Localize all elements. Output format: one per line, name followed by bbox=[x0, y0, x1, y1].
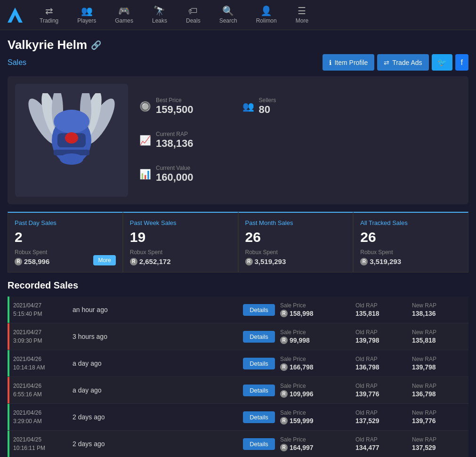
sale-price-label: Sale Price bbox=[280, 436, 355, 443]
svg-point-8 bbox=[54, 110, 89, 133]
sales-card-count-2: 26 bbox=[245, 229, 347, 245]
robux-icon-0: R bbox=[15, 258, 22, 265]
new-rap-label: New RAP bbox=[412, 302, 468, 309]
sale-details-col: Details bbox=[238, 331, 280, 343]
old-rap-value: 139,798 bbox=[355, 337, 412, 344]
sales-tab[interactable]: Sales bbox=[8, 58, 26, 67]
nav-item-leaks[interactable]: 🔭Leaks bbox=[143, 0, 177, 30]
old-rap-value: 134,477 bbox=[355, 444, 412, 451]
nav-item-search[interactable]: 🔍Search bbox=[210, 0, 247, 30]
more-button[interactable]: More bbox=[93, 255, 115, 265]
svg-point-10 bbox=[65, 132, 78, 144]
old-rap-label: Old RAP bbox=[355, 302, 412, 309]
robux-icon-sale: R bbox=[280, 417, 288, 425]
details-button[interactable]: Details bbox=[243, 331, 275, 343]
best-price-icon: 🔘 bbox=[139, 101, 151, 112]
link-icon[interactable]: 🔗 bbox=[91, 40, 101, 50]
current-value-label: Current Value bbox=[156, 165, 194, 171]
row-indicator bbox=[8, 297, 9, 323]
item-profile-button[interactable]: ℹ Item Profile bbox=[323, 54, 374, 71]
sales-card-spent-2: R 3,519,293 bbox=[245, 257, 347, 265]
games-icon: 🎮 bbox=[118, 6, 130, 16]
rolimon-icon: 👤 bbox=[260, 6, 272, 16]
header-row: Sales ℹ Item Profile ⇄ Trade Ads 🐦 f bbox=[8, 54, 468, 71]
sales-card-title-1: Past Week Sales bbox=[130, 219, 231, 226]
old-rap-col: Old RAP 139,798 bbox=[355, 329, 412, 344]
new-rap-col: New RAP 136,798 bbox=[412, 383, 468, 398]
robux-icon-2: R bbox=[245, 258, 253, 265]
sales-card-1: Past Week Sales 19 Robux Spent R 2,652,1… bbox=[123, 212, 238, 273]
old-rap-value: 135,818 bbox=[355, 310, 412, 317]
item-name: Valkyrie Helm bbox=[8, 38, 87, 52]
nav-item-players[interactable]: 👥Players bbox=[68, 0, 105, 30]
sale-price-label: Sale Price bbox=[280, 329, 355, 336]
robux-icon-3: R bbox=[360, 258, 368, 265]
nav-item-more[interactable]: ☰More bbox=[286, 0, 318, 30]
sales-card-spent-1: R 2,652,172 bbox=[130, 257, 231, 265]
trade-ads-button[interactable]: ⇄ Trade Ads bbox=[377, 54, 428, 71]
sales-card-count-0: 2 bbox=[15, 229, 116, 245]
sale-price-label: Sale Price bbox=[280, 383, 355, 389]
robux-icon-sale: R bbox=[280, 337, 288, 344]
sales-card-spent-label-1: Robux Spent bbox=[130, 249, 231, 256]
sales-card-count-1: 19 bbox=[130, 229, 231, 245]
robux-icon-sale: R bbox=[280, 444, 288, 451]
new-rap-col: New RAP 135,818 bbox=[412, 329, 468, 344]
sale-price-value: R 158,998 bbox=[280, 310, 355, 317]
sales-card-0: Past Day Sales 2 Robux Spent R 258,996 M… bbox=[8, 212, 123, 273]
sale-price-label: Sale Price bbox=[280, 302, 355, 309]
nav-item-rolimon[interactable]: 👤Rolimon bbox=[247, 0, 286, 30]
more-icon: ☰ bbox=[298, 6, 306, 16]
robux-icon-1: R bbox=[130, 258, 137, 265]
robux-icon-sale: R bbox=[280, 310, 288, 317]
sale-ago: an hour ago bbox=[69, 306, 238, 313]
sale-ago: 2 days ago bbox=[69, 413, 238, 421]
old-rap-label: Old RAP bbox=[355, 383, 412, 389]
table-row: 2021/04/27 3:09:30 PM 3 hours ago Detail… bbox=[8, 323, 468, 350]
new-rap-col: New RAP 137,529 bbox=[412, 436, 468, 451]
robux-icon-sale: R bbox=[280, 363, 288, 371]
new-rap-col: New RAP 138,136 bbox=[412, 302, 468, 317]
table-row: 2021/04/26 3:29:00 AM 2 days ago Details… bbox=[8, 404, 468, 431]
sale-date: 2021/04/27 3:09:30 PM bbox=[8, 328, 69, 345]
nav-item-deals[interactable]: 🏷Deals bbox=[177, 0, 210, 30]
sellers-label: Sellers bbox=[259, 97, 276, 104]
sale-price-col: Sale Price R 109,996 bbox=[280, 383, 355, 398]
sale-date: 2021/04/27 5:15:40 PM bbox=[8, 301, 69, 318]
current-rap-stat: 📈 Current RAP 138,136 bbox=[139, 131, 461, 150]
twitter-button[interactable]: 🐦 bbox=[432, 54, 452, 71]
details-button[interactable]: Details bbox=[243, 385, 275, 396]
row-indicator bbox=[8, 431, 9, 457]
svg-point-12 bbox=[60, 153, 83, 165]
sales-card-count-3: 26 bbox=[360, 229, 461, 245]
facebook-button[interactable]: f bbox=[455, 54, 468, 71]
row-indicator bbox=[8, 350, 9, 377]
best-price-label: Best Price bbox=[156, 97, 194, 104]
old-rap-col: Old RAP 135,818 bbox=[355, 302, 412, 317]
best-price-value: 159,500 bbox=[156, 104, 194, 116]
header-buttons: ℹ Item Profile ⇄ Trade Ads 🐦 f bbox=[323, 54, 468, 71]
old-rap-value: 137,529 bbox=[355, 417, 412, 425]
new-rap-label: New RAP bbox=[412, 409, 468, 416]
nav-item-games[interactable]: 🎮Games bbox=[105, 0, 143, 30]
sale-date: 2021/04/26 10:14:18 AM bbox=[8, 355, 69, 372]
sales-card-title-3: All Tracked Sales bbox=[360, 219, 461, 226]
new-rap-col: New RAP 139,776 bbox=[412, 409, 468, 425]
details-button[interactable]: Details bbox=[243, 411, 275, 423]
old-rap-label: Old RAP bbox=[355, 409, 412, 416]
logo[interactable] bbox=[4, 4, 26, 26]
new-rap-col: New RAP 139,798 bbox=[412, 356, 468, 371]
sellers-stat: 👥 Sellers 80 bbox=[242, 97, 276, 116]
sales-card-2: Past Month Sales 26 Robux Spent R 3,519,… bbox=[238, 212, 354, 273]
old-rap-label: Old RAP bbox=[355, 329, 412, 336]
search-icon: 🔍 bbox=[222, 6, 234, 16]
nav-item-trading[interactable]: ⇄Trading bbox=[30, 0, 68, 30]
details-button[interactable]: Details bbox=[243, 304, 275, 316]
details-button[interactable]: Details bbox=[243, 438, 275, 450]
new-rap-value: 137,529 bbox=[412, 444, 468, 451]
recorded-sales-section: Recorded Sales 2021/04/27 5:15:40 PM an … bbox=[8, 280, 468, 457]
item-title-row: Valkyrie Helm 🔗 bbox=[8, 38, 468, 52]
item-stats: 🔘 Best Price 159,500 👥 Sellers 80 📈 bbox=[139, 84, 461, 197]
details-button[interactable]: Details bbox=[243, 358, 275, 369]
old-rap-col: Old RAP 137,529 bbox=[355, 409, 412, 425]
